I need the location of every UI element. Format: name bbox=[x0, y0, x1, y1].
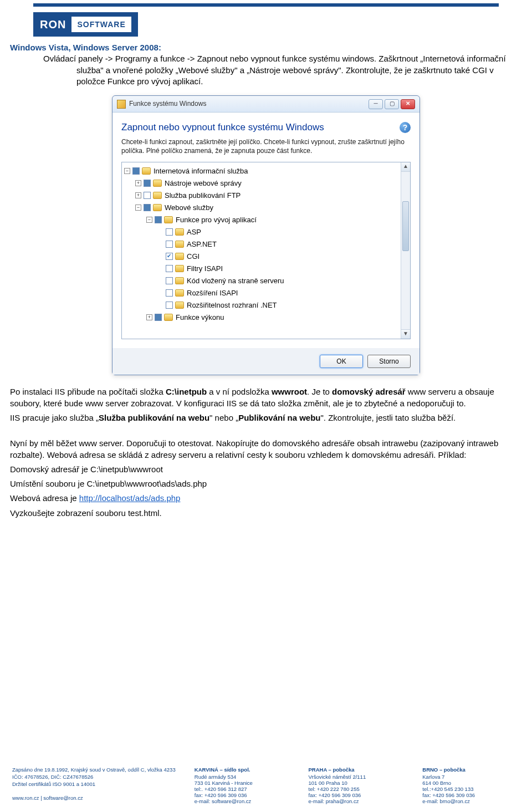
ok-button[interactable]: OK bbox=[320, 355, 363, 368]
tree-label: Filtry ISAPI bbox=[187, 264, 223, 274]
windows-dialog: Funkce systému Windows ─ ▢ ✕ Zapnout neb… bbox=[112, 95, 420, 375]
scroll-down-icon[interactable]: ▼ bbox=[401, 329, 410, 339]
tree-label: ASP bbox=[187, 227, 201, 237]
dialog-heading: Zapnout nebo vypnout funkce systému Wind… bbox=[121, 121, 324, 134]
office-name: BRNO – pobočka bbox=[422, 767, 520, 773]
checkbox[interactable] bbox=[155, 216, 162, 223]
folder-icon bbox=[175, 265, 184, 272]
office-addr: Rudé armády 534 bbox=[195, 774, 292, 780]
dialog-description: Chcete-li funkci zapnout, zaškrtněte jej… bbox=[121, 137, 411, 155]
scroll-up-icon[interactable]: ▲ bbox=[401, 162, 410, 172]
paragraph-1: Ovládací panely -> Programy a funkce -> … bbox=[43, 53, 522, 87]
paragraph-4-line5: Vyzkoušejte zobrazení souboru test.html. bbox=[10, 508, 522, 519]
tree-item[interactable]: −Internetová informační služba bbox=[122, 165, 410, 177]
paragraph-4-line3: Umístění souboru je C:\inetpub\wwwroot\a… bbox=[10, 478, 522, 489]
checkbox[interactable] bbox=[166, 302, 173, 309]
paragraph-4-line4: Webová adresa je http://localhost/ads/ad… bbox=[10, 493, 522, 504]
collapse-icon[interactable]: − bbox=[146, 217, 152, 223]
folder-icon bbox=[175, 241, 184, 248]
maximize-button[interactable]: ▢ bbox=[385, 99, 399, 109]
help-icon[interactable]: ? bbox=[400, 122, 411, 133]
paragraph-2: Po instalaci IIS přibude na počítači slo… bbox=[10, 386, 522, 409]
footer-registration: Zapsáno dne 19.8.1992, Krajský soud v Os… bbox=[12, 767, 178, 773]
office-addr: Vršovické náměstí 2/111 bbox=[309, 774, 406, 780]
window-title: Funkce systému Windows bbox=[129, 99, 369, 108]
tree-item[interactable]: +Nástroje webové správy bbox=[122, 177, 410, 189]
dialog-titlebar[interactable]: Funkce systému Windows ─ ▢ ✕ bbox=[112, 96, 420, 113]
tree-label: Služba publikování FTP bbox=[165, 191, 241, 201]
checkbox[interactable] bbox=[155, 314, 162, 321]
checkbox[interactable] bbox=[166, 277, 173, 284]
scrollbar[interactable]: ▲ ▼ bbox=[401, 162, 410, 339]
checkbox[interactable] bbox=[144, 180, 151, 187]
folder-icon bbox=[175, 289, 184, 297]
expand-icon[interactable]: + bbox=[146, 314, 152, 320]
office-tel: tel: +420 222 780 255 bbox=[309, 786, 406, 792]
checkbox[interactable] bbox=[132, 167, 140, 175]
office-email: e-mail: praha@ron.cz bbox=[309, 798, 406, 804]
footer-iso: Držitel certifikátů ISO 9001 a 14001 bbox=[12, 781, 178, 787]
logo-software: SOFTWARE bbox=[71, 17, 131, 32]
tree-item[interactable]: Rozšiřitelnost rozhraní .NET bbox=[122, 299, 410, 311]
folder-icon bbox=[153, 192, 162, 199]
footer: Zapsáno dne 19.8.1992, Krajský soud v Os… bbox=[12, 766, 520, 804]
office-email: e-mail: brno@ron.cz bbox=[422, 798, 520, 804]
tree-item[interactable]: +Služba publikování FTP bbox=[122, 189, 410, 201]
tree-item[interactable]: ASP bbox=[122, 226, 410, 238]
scroll-thumb[interactable] bbox=[402, 201, 409, 251]
tree-label: Rozšíření ISAPI bbox=[187, 288, 238, 298]
office-name: PRAHA – pobočka bbox=[309, 767, 406, 773]
logo-ron: RON bbox=[40, 18, 66, 31]
close-button[interactable]: ✕ bbox=[401, 99, 415, 109]
folder-icon bbox=[142, 167, 151, 175]
cancel-button[interactable]: Storno bbox=[367, 355, 411, 368]
tree-label: Funkce výkonu bbox=[176, 313, 224, 323]
footer-web: www.ron.cz | software@ron.cz bbox=[12, 795, 178, 801]
tree-label: Kód vložený na straně serveru bbox=[187, 276, 284, 286]
collapse-icon[interactable]: − bbox=[135, 205, 141, 211]
office-fax: fax: +420 596 309 036 bbox=[309, 792, 406, 798]
tree-label: CGI bbox=[187, 252, 200, 262]
minimize-button[interactable]: ─ bbox=[369, 99, 383, 109]
paragraph-4: Nyní by měl běžet www server. Doporučuji… bbox=[10, 438, 522, 461]
folder-icon bbox=[153, 180, 162, 187]
folder-icon bbox=[164, 216, 173, 223]
tree-item[interactable]: Kód vložený na straně serveru bbox=[122, 274, 410, 287]
tree-item[interactable]: Rozšíření ISAPI bbox=[122, 287, 410, 299]
office-email: e-mail: software@ron.cz bbox=[195, 798, 292, 804]
tree-item[interactable]: Filtry ISAPI bbox=[122, 262, 410, 274]
tree-label: Nástroje webové správy bbox=[165, 178, 242, 188]
checkbox[interactable] bbox=[166, 241, 173, 248]
checkbox[interactable] bbox=[166, 253, 173, 260]
expand-icon[interactable]: + bbox=[135, 192, 141, 198]
folder-icon bbox=[175, 253, 184, 260]
expand-icon[interactable]: + bbox=[135, 180, 141, 186]
feature-tree[interactable]: −Internetová informační služba+Nástroje … bbox=[121, 162, 411, 339]
tree-item[interactable]: +Funkce výkonu bbox=[122, 311, 410, 323]
window-icon bbox=[117, 100, 126, 109]
checkbox[interactable] bbox=[166, 228, 173, 236]
office-name: KARVINÁ – sídlo spol. bbox=[195, 767, 292, 773]
folder-icon bbox=[153, 204, 162, 211]
tree-label: Funkce pro vývoj aplikací bbox=[176, 215, 257, 225]
checkbox[interactable] bbox=[144, 192, 151, 199]
tree-item[interactable]: ASP.NET bbox=[122, 238, 410, 250]
tree-item[interactable]: −Webové služby bbox=[122, 201, 410, 213]
tree-label: Rozšiřitelnost rozhraní .NET bbox=[187, 300, 277, 310]
checkbox[interactable] bbox=[166, 265, 173, 272]
checkbox[interactable] bbox=[166, 289, 173, 297]
office-tel: tel:. +420 596 312 827 bbox=[195, 786, 292, 792]
tree-item[interactable]: −Funkce pro vývoj aplikací bbox=[122, 213, 410, 226]
collapse-icon[interactable]: − bbox=[124, 168, 130, 174]
folder-icon bbox=[175, 302, 184, 309]
tree-label: Internetová informační služba bbox=[154, 166, 248, 176]
footer-office: KARVINÁ – sídlo spol.Rudé armády 534733 … bbox=[195, 767, 292, 804]
footer-ico: IČO: 47678526, DIČ: CZ47678526 bbox=[12, 774, 178, 780]
office-addr2: 101 00 Praha 10 bbox=[309, 780, 406, 786]
url-link[interactable]: http://localhost/ads/ads.php bbox=[79, 493, 181, 503]
tree-item[interactable]: CGI bbox=[122, 250, 410, 262]
header: RON SOFTWARE bbox=[0, 7, 532, 42]
checkbox[interactable] bbox=[144, 204, 151, 211]
paragraph-3: IIS pracuje jako služba „Služba publikov… bbox=[10, 412, 522, 423]
logo: RON SOFTWARE bbox=[33, 12, 138, 37]
